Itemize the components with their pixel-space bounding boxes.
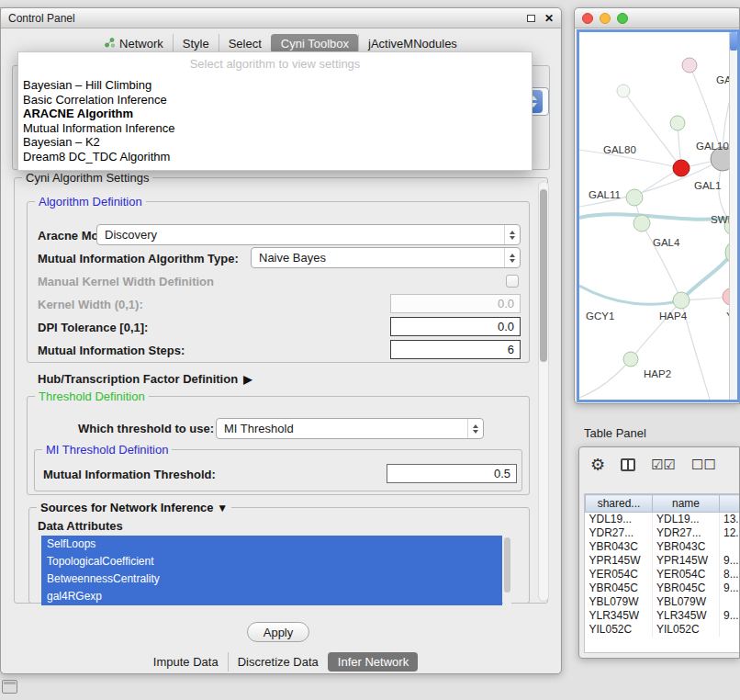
table-cell: YER054C	[586, 568, 653, 581]
mi-type-combo[interactable]: Naive Bayes	[251, 247, 521, 268]
bottom-tab-impute-data[interactable]: Impute Data	[144, 652, 228, 672]
scroll-button[interactable]	[730, 32, 737, 51]
kernel-width-field[interactable]: 0.0	[390, 294, 521, 313]
table-cell: YIL052C	[653, 623, 720, 637]
cyni-settings-group-title: Cyni Algorithm Settings	[22, 171, 152, 185]
table-row[interactable]: YLR345WYLR345W9...	[586, 609, 740, 623]
algorithm-option[interactable]: ARACNE Algorithm	[18, 107, 532, 121]
table-row[interactable]: YBR045CYBR045C9...	[586, 581, 740, 595]
algorithm-option[interactable]: Bayesian – K2	[18, 135, 532, 150]
control-panel-titlebar[interactable]: Control Panel ✕	[1, 8, 561, 28]
table-panel-toolbar: ⚙ ☑☑ ☐☐	[590, 457, 716, 473]
data-attributes-list[interactable]: SelfLoopsTopologicalCoefficientBetweenne…	[41, 536, 502, 605]
node-label: GAL11	[589, 189, 621, 200]
algorithm-option[interactable]: Dream8 DC_TDC Algorithm	[18, 150, 532, 164]
attribute-item[interactable]: SelfLoops	[41, 536, 502, 553]
close-icon[interactable]: ✕	[544, 13, 554, 24]
table-header-row[interactable]: shared...name	[586, 495, 740, 513]
minimized-panel-icon[interactable]	[2, 680, 17, 694]
network-window-titlebar[interactable]	[575, 8, 739, 28]
table-cell: 9...	[720, 609, 740, 623]
network-canvas[interactable]: GALGAL80GAL10GAL11GAL1SWI4GAL4GCY1HAP4YH…	[577, 29, 740, 402]
network-node[interactable]	[670, 116, 685, 130]
settings-scrollbar[interactable]	[538, 181, 549, 602]
algorithm-option[interactable]: Basic Correlation Inference	[18, 93, 532, 107]
table-row[interactable]: YBR043CYBR043C	[586, 540, 740, 554]
column-header[interactable]: shared...	[586, 495, 653, 513]
network-edge[interactable]	[642, 223, 681, 300]
tab-cyni-toolbox[interactable]: Cyni Toolbox	[271, 34, 358, 53]
table-cell: 9...	[720, 581, 740, 595]
scrollbar-thumb[interactable]	[504, 537, 510, 593]
scrollbar-thumb[interactable]	[540, 189, 547, 362]
network-edge[interactable]	[579, 359, 631, 398]
table-cell: YDL19...	[653, 513, 720, 526]
network-graph[interactable]: GALGAL80GAL10GAL11GAL1SWI4GAL4GCY1HAP4YH…	[579, 32, 735, 400]
threshold-definition-title: Threshold Definition	[35, 390, 149, 403]
collapse-down-icon[interactable]: ▼	[217, 502, 228, 514]
close-window-icon[interactable]	[582, 13, 593, 24]
algorithm-option[interactable]: Mutual Information Inference	[18, 121, 532, 136]
table-row[interactable]: YER054CYER054C8...	[586, 568, 740, 581]
kernel-width-label: Kernel Width (0,1):	[38, 298, 143, 311]
network-node[interactable]	[633, 215, 650, 231]
zoom-window-icon[interactable]	[617, 13, 628, 24]
control-panel-window: Control Panel ✕ NetworkStyleSelectCyni T…	[0, 7, 562, 674]
deselect-all-icon[interactable]: ☐☐	[691, 457, 716, 473]
manual-kernel-checkbox[interactable]	[506, 275, 519, 288]
network-edge[interactable]	[623, 91, 681, 168]
tab-jactivemnodules[interactable]: jActiveMNodules	[358, 34, 466, 53]
table-cell: YLR345W	[586, 609, 653, 623]
dpi-tolerance-field[interactable]: 0.0	[390, 317, 521, 336]
table-cell: YPR145W	[586, 554, 653, 568]
table-row[interactable]: YIL052CYIL052C	[586, 623, 740, 637]
which-threshold-combo[interactable]: MI Threshold	[216, 418, 484, 439]
network-tab-icon	[105, 37, 115, 51]
mi-threshold-field[interactable]: 0.5	[387, 464, 517, 483]
network-node[interactable]	[682, 58, 697, 73]
network-edge[interactable]	[631, 300, 681, 359]
table-row[interactable]: YDL19...YDL19...13...	[586, 513, 740, 526]
apply-button[interactable]: Apply	[247, 622, 309, 642]
table-panel-title: Table Panel	[584, 426, 646, 440]
network-scrollbar[interactable]	[729, 32, 737, 400]
tab-select[interactable]: Select	[219, 34, 271, 53]
table-row[interactable]: YDR27...YDR27...12...	[586, 526, 740, 540]
network-node[interactable]	[623, 352, 638, 367]
attribute-item[interactable]: gal4RGexp	[41, 588, 502, 605]
tab-label: jActiveMNodules	[368, 37, 457, 51]
bottom-tab-infer-network[interactable]: Infer Network	[328, 652, 418, 672]
hub-definition-expander[interactable]: Hub/Transcription Factor Definition ▶	[38, 372, 252, 386]
table-row[interactable]: YBL079WYBL079W	[586, 595, 740, 609]
network-node[interactable]	[673, 160, 690, 176]
minimize-window-icon[interactable]	[600, 13, 611, 24]
mi-steps-field[interactable]: 6	[390, 340, 521, 359]
tab-style[interactable]: Style	[173, 34, 219, 53]
node-label: GAL1	[694, 180, 721, 191]
algorithm-dropdown-popup: Select algorithm to view settings Bayesi…	[17, 51, 533, 171]
network-node[interactable]	[617, 85, 630, 97]
attribute-item[interactable]: TopologicalCoefficient	[41, 553, 502, 570]
columns-icon[interactable]	[621, 458, 635, 471]
column-header[interactable]	[720, 495, 740, 513]
network-node[interactable]	[626, 189, 643, 206]
select-all-icon[interactable]: ☑☑	[651, 457, 676, 473]
node-label: HAP4	[659, 310, 688, 322]
sources-group-title: Sources for Network Inference ▼	[37, 501, 231, 514]
column-header[interactable]: name	[653, 495, 720, 513]
tab-label: Select	[229, 37, 262, 51]
gear-icon[interactable]: ⚙	[590, 457, 605, 473]
sources-label[interactable]: Sources for Network Inference	[40, 501, 214, 514]
table-row[interactable]: YPR145WYPR145W9...	[586, 554, 740, 568]
bottom-tab-discretize-data[interactable]: Discretize Data	[228, 652, 328, 672]
attributes-scrollbar[interactable]	[503, 536, 511, 611]
algorithm-option[interactable]: Bayesian – Hill Climbing	[18, 78, 532, 93]
tab-network[interactable]: Network	[95, 34, 173, 53]
aracne-mode-combo[interactable]: Discovery	[96, 224, 521, 245]
attribute-item[interactable]: BetweennessCentrality	[41, 570, 502, 588]
table-cell	[720, 623, 740, 637]
network-node[interactable]	[673, 292, 690, 309]
float-window-icon[interactable]	[527, 15, 535, 22]
dropdown-placeholder: Select algorithm to view settings	[18, 55, 532, 73]
network-edge[interactable]	[579, 286, 681, 304]
